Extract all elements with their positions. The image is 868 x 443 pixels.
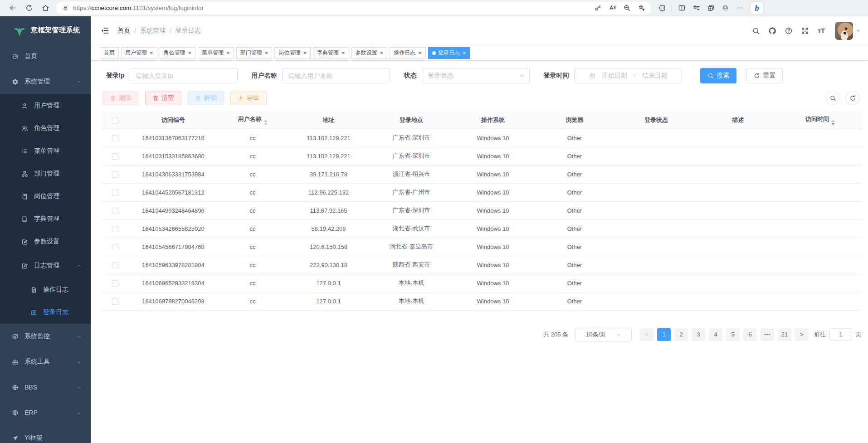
close-icon[interactable]: × (188, 50, 192, 56)
unlock-button[interactable]: 解锁 (188, 91, 224, 105)
login-ip-input[interactable] (130, 68, 238, 83)
sidebar-fold-icon[interactable] (101, 26, 109, 35)
close-icon[interactable]: × (150, 50, 153, 56)
page-button-5[interactable]: 5 (726, 328, 740, 341)
next-page-button[interactable]: > (795, 328, 809, 341)
row-checkbox[interactable] (112, 244, 118, 250)
sidebar-item-系统管理[interactable]: 系统管理 (0, 69, 91, 94)
row-checkbox[interactable] (112, 171, 118, 178)
tab-岗位管理[interactable]: 岗位管理× (274, 47, 311, 59)
sidebar-item-参数设置[interactable]: 参数设置 (0, 230, 91, 253)
sidebar-item-角色管理[interactable]: 角色管理 (0, 117, 91, 140)
profile-avatar-icon[interactable] (718, 2, 732, 15)
row-checkbox[interactable] (112, 298, 118, 305)
refresh-table-icon[interactable] (845, 91, 860, 105)
caret-down-icon[interactable] (856, 28, 861, 33)
font-size-icon[interactable]: тT (813, 23, 829, 39)
sidebar-item-部门管理[interactable]: 部门管理 (0, 162, 91, 185)
tab-登录日志[interactable]: 登录日志× (428, 47, 470, 59)
breadcrumb-home[interactable]: 首页 (117, 27, 130, 35)
close-icon[interactable]: × (418, 50, 422, 56)
row-checkbox[interactable] (112, 135, 118, 141)
copilot-icon[interactable]: b (751, 2, 763, 15)
row-checkbox[interactable] (112, 190, 118, 196)
collections-icon[interactable] (703, 2, 718, 15)
more-options-icon[interactable] (732, 2, 747, 15)
address-bar[interactable]: https://ccnetcore.com:1101/system/log/lo… (56, 2, 651, 15)
github-icon[interactable] (764, 23, 780, 39)
page-button-4[interactable]: 4 (709, 328, 722, 341)
goto-page-input[interactable] (829, 328, 852, 341)
back-icon[interactable] (5, 1, 21, 15)
split-screen-icon[interactable] (674, 2, 689, 15)
sidebar-item-日志管理[interactable]: 日志管理 (0, 253, 91, 278)
export-button[interactable]: 导出 (230, 91, 267, 105)
user-name-input[interactable] (282, 68, 390, 83)
page-button-2[interactable]: 2 (674, 328, 688, 341)
clear-button[interactable]: 清空 (145, 91, 181, 105)
extensions-icon[interactable] (655, 2, 669, 15)
sidebar-item-登录日志[interactable]: 登录日志 (0, 301, 91, 324)
sidebar-item-系统监控[interactable]: 系统监控 (0, 324, 91, 349)
close-icon[interactable]: × (341, 50, 345, 56)
tab-角色管理[interactable]: 角色管理× (160, 47, 196, 59)
row-checkbox[interactable] (112, 262, 118, 268)
key-icon[interactable] (590, 2, 605, 15)
tab-参数设置[interactable]: 参数设置× (351, 47, 388, 59)
sidebar-item-系统工具[interactable]: 系统工具 (0, 349, 91, 375)
column-search-icon[interactable] (825, 91, 840, 105)
help-icon[interactable] (780, 23, 797, 39)
close-icon[interactable]: × (226, 50, 230, 56)
favorite-add-icon[interactable] (634, 2, 649, 15)
page-button-21[interactable]: 21 (778, 328, 791, 341)
sidebar-item-首页[interactable]: 首页 (0, 44, 91, 69)
tab-菜单管理[interactable]: 菜单管理× (198, 47, 234, 59)
page-button-1[interactable]: 1 (657, 328, 671, 341)
sidebar-item-岗位管理[interactable]: 岗位管理 (0, 185, 91, 208)
tab-首页[interactable]: 首页 (100, 47, 119, 59)
sidebar-item-用户管理[interactable]: 用户管理 (0, 94, 91, 117)
column-header-用户名称[interactable]: 用户名称 (219, 112, 287, 129)
close-icon[interactable]: × (303, 50, 307, 56)
page-button-3[interactable]: 3 (692, 328, 705, 341)
tab-部门管理[interactable]: 部门管理× (236, 47, 273, 59)
row-checkbox[interactable] (112, 153, 118, 160)
sort-carets-icon[interactable] (264, 120, 268, 125)
home-icon[interactable] (37, 1, 54, 15)
page-size-select[interactable]: 10条/页 (575, 328, 632, 341)
zoom-out-icon[interactable] (619, 2, 634, 15)
search-icon[interactable] (748, 23, 764, 39)
fullscreen-icon[interactable] (797, 23, 813, 39)
sidebar-item-操作日志[interactable]: 操作日志 (0, 278, 91, 301)
tab-用户管理[interactable]: 用户管理× (121, 47, 157, 59)
tab-字典管理[interactable]: 字典管理× (313, 47, 349, 59)
status-select[interactable]: 登录状态 (422, 68, 530, 83)
sidebar-item-Yi框架[interactable]: Yi框架 (0, 425, 91, 443)
favorites-icon[interactable] (689, 2, 703, 15)
row-checkbox[interactable] (112, 280, 118, 287)
refresh-icon[interactable] (21, 1, 37, 15)
reset-button[interactable]: 重置 (746, 68, 783, 83)
delete-button[interactable]: 删除 (102, 91, 139, 105)
row-checkbox[interactable] (112, 208, 118, 214)
sidebar-item-ERP[interactable]: ERP (0, 400, 91, 425)
close-icon[interactable]: × (463, 50, 466, 56)
select-all-checkbox[interactable] (112, 117, 118, 124)
sidebar-item-字典管理[interactable]: 字典管理 (0, 208, 91, 230)
tab-操作日志[interactable]: 操作日志× (390, 47, 426, 59)
date-range-picker[interactable]: 开始日期 - 结束日期 (574, 68, 682, 83)
sidebar-item-BBS[interactable]: BBS (0, 375, 91, 400)
row-checkbox[interactable] (112, 226, 118, 232)
sort-carets-icon[interactable] (831, 120, 835, 125)
sidebar-item-菜单管理[interactable]: 菜单管理 (0, 140, 91, 162)
search-button[interactable]: 搜索 (700, 68, 736, 83)
close-icon[interactable]: × (380, 50, 384, 56)
page-button-6[interactable]: 6 (743, 328, 757, 341)
more-pages-button[interactable]: ••• (761, 328, 774, 341)
read-aloud-icon[interactable] (605, 2, 619, 15)
close-icon[interactable]: × (265, 50, 268, 56)
user-avatar[interactable] (835, 22, 853, 40)
sidebar-item-label: 系统监控 (24, 332, 50, 341)
table-row: 1641069798270046208cc127.0.0.1本地-本机Windo… (102, 292, 862, 310)
column-header-访问时间[interactable]: 访问时间 (779, 112, 862, 129)
